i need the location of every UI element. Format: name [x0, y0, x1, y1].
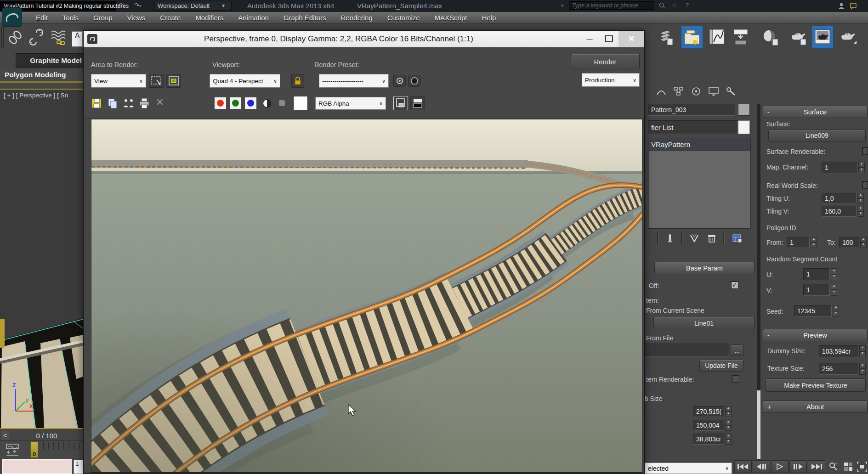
alpha-channel-button[interactable] [276, 97, 288, 109]
split-view-button[interactable] [410, 96, 425, 110]
save-image-icon[interactable] [90, 97, 103, 110]
close-button[interactable]: ✕ [618, 31, 644, 47]
menu-edit[interactable]: Edit [28, 12, 55, 23]
tab-display-icon[interactable] [707, 85, 720, 97]
monochrome-channel-button[interactable] [261, 97, 273, 109]
texture-size-spinner[interactable]: ▲▼ [859, 363, 866, 375]
schematic-view-icon[interactable] [731, 27, 751, 48]
size-x-field[interactable]: 270,515( [693, 406, 724, 417]
rendered-frame-window-icon[interactable] [811, 26, 834, 49]
application-menu-button[interactable] [2, 7, 22, 27]
minimize-button[interactable]: — [580, 31, 599, 47]
from-spinner[interactable]: ▲▼ [811, 237, 817, 248]
render-mode-dropdown[interactable]: Production ∨ [582, 73, 640, 87]
area-to-render-dropdown[interactable]: View ∨ [91, 74, 146, 88]
auto-region-icon[interactable] [166, 74, 181, 88]
zoom-extents-icon[interactable] [856, 460, 868, 473]
selection-filter-dropdown[interactable]: elected ∨ [645, 463, 732, 474]
material-editor-icon[interactable] [759, 26, 781, 49]
object-name-field[interactable]: Pattern_003 [648, 104, 735, 116]
make-preview-texture-button[interactable]: Make Preview Texture [766, 378, 866, 392]
rollout-surface[interactable]: - Surface [763, 106, 868, 118]
render-window-titlebar[interactable]: Perspective, frame 0, Display Gamma: 2,2… [84, 31, 644, 47]
communication-icon[interactable] [849, 2, 857, 10]
size-x-spinner[interactable]: ▲▼ [725, 406, 732, 417]
modifier-stack[interactable]: VRayPattern [648, 138, 751, 229]
menu-animation[interactable]: Animation [231, 12, 276, 23]
to-spinner[interactable]: ▲▼ [860, 237, 867, 248]
modifier-list-dropdown[interactable]: fier List [648, 120, 738, 134]
modifier-list-dropdown-button[interactable] [738, 120, 750, 134]
pattern-renderable-checkbox[interactable] [732, 375, 739, 383]
quick-access-redo-icon[interactable]: ↷▾ [134, 2, 141, 9]
map-channel-spinner[interactable]: ▲▼ [858, 162, 865, 173]
panel-scrollbar-thumb[interactable] [757, 390, 760, 459]
update-file-button[interactable]: Update File [699, 360, 743, 372]
tab-utilities-icon[interactable] [724, 85, 738, 97]
previous-frame-button[interactable] [753, 460, 770, 473]
menu-views[interactable]: Views [120, 12, 153, 23]
next-frame-button[interactable] [789, 460, 807, 473]
search-arrow-icon[interactable]: ▸ [562, 2, 564, 8]
map-channel-field[interactable]: 1 [822, 162, 857, 173]
print-image-icon[interactable] [138, 97, 151, 110]
render-window[interactable]: Perspective, frame 0, Display Gamma: 2,2… [83, 30, 645, 474]
environment-icon[interactable] [408, 75, 420, 87]
menu-create[interactable]: Create [153, 12, 188, 23]
size-y-spinner[interactable]: ▲▼ [725, 420, 732, 431]
size-y-field[interactable]: 150,004 [693, 420, 724, 431]
red-channel-button[interactable] [214, 97, 227, 109]
curve-editor-icon[interactable] [707, 27, 727, 48]
key-mode-toggle-icon[interactable]: ± [827, 460, 840, 473]
rollout-about[interactable]: + About [763, 401, 868, 413]
object-color-swatch[interactable] [738, 104, 750, 116]
browse-file-button[interactable]: ... [731, 344, 743, 356]
bind-to-space-warp-icon[interactable] [49, 28, 70, 47]
workspace-dropdown[interactable]: Workspace: Default · ▼ [154, 1, 232, 11]
timeline-back-button[interactable]: < [0, 430, 10, 441]
go-to-end-button[interactable] [808, 460, 825, 473]
play-button[interactable] [771, 460, 789, 473]
texture-size-field[interactable]: 256 [819, 363, 858, 375]
open-mini-curve-editor-icon[interactable] [6, 443, 22, 456]
left-viewport-canvas[interactable]: Z y X [0, 89, 83, 429]
render-production-icon[interactable] [837, 27, 858, 48]
show-end-result-icon[interactable] [688, 232, 700, 245]
clone-window-icon[interactable] [121, 97, 136, 110]
go-to-start-button[interactable] [734, 460, 752, 473]
rollout-preview[interactable]: - Preview [763, 329, 868, 341]
infocenter-search-input[interactable] [569, 1, 654, 10]
search-icon[interactable] [658, 1, 666, 10]
favorites-star-icon[interactable]: ☆ [672, 2, 677, 9]
tab-modify-icon[interactable] [654, 85, 668, 97]
size-z-field[interactable]: 38,803cr [693, 434, 724, 445]
menu-group[interactable]: Group [86, 12, 120, 23]
size-z-spinner[interactable]: ▲▼ [725, 434, 732, 445]
real-world-scale-checkbox[interactable] [862, 181, 868, 189]
select-and-link-icon[interactable] [6, 28, 24, 47]
line01-button[interactable]: Line01 [653, 317, 755, 329]
ribbon-tab-polygon[interactable]: Polygon Modeling [0, 68, 83, 83]
v-spinner[interactable]: ▲▼ [831, 284, 837, 296]
u-spinner[interactable]: ▲▼ [831, 268, 837, 280]
configure-modifier-sets-icon[interactable] [731, 232, 743, 245]
clear-image-icon[interactable]: ✕ [153, 96, 166, 109]
tiling-u-field[interactable]: 1,0 [822, 193, 857, 204]
off-checkbox[interactable]: ✓ [731, 281, 738, 289]
to-field[interactable]: 100 [839, 237, 859, 248]
render-preset-dropdown[interactable]: -------------------- ∨ [319, 74, 389, 88]
u-field[interactable]: 1 [803, 268, 830, 280]
signin-person-icon[interactable] [837, 2, 845, 10]
scene-explorer-icon[interactable] [681, 26, 703, 49]
blue-channel-button[interactable] [244, 97, 257, 109]
panel-scrollbar[interactable] [757, 104, 760, 460]
viewport-lock-icon[interactable] [291, 74, 304, 88]
channel-display-dropdown[interactable]: RGB Alpha ∨ [315, 97, 386, 110]
snap-toggle-button[interactable]: A [72, 31, 83, 47]
tab-hierarchy-icon[interactable] [672, 85, 686, 97]
menu-customize[interactable]: Customize [380, 12, 427, 23]
dummy-size-spinner[interactable]: ▲▼ [859, 345, 866, 357]
maximize-button[interactable] [599, 31, 618, 47]
viewport-label[interactable]: [ + ] [ Perspective ] [ Sn [4, 92, 68, 99]
file-path-field[interactable] [645, 344, 729, 356]
